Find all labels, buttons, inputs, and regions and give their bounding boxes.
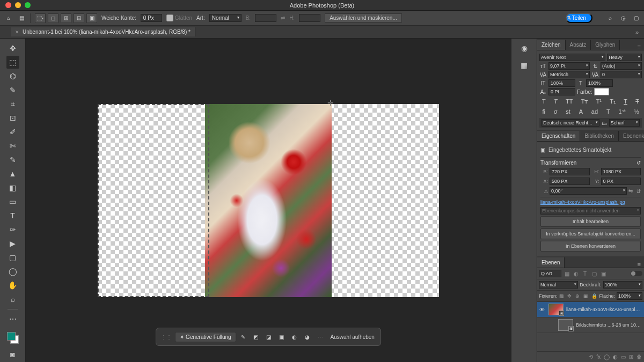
path-select-tool[interactable]: ▶ — [6, 237, 19, 250]
leading-input[interactable]: (Auto) — [601, 62, 642, 70]
eraser-tool[interactable]: ◧ — [6, 181, 19, 194]
select-mask-button[interactable]: Auswählen und maskieren... — [325, 13, 402, 23]
underline-icon[interactable]: T — [624, 98, 627, 105]
frame-tool[interactable]: ⊡ — [6, 112, 19, 124]
flip-h-icon[interactable]: ⇋ — [628, 188, 633, 194]
quick-select-tool[interactable]: ✎ — [6, 84, 19, 97]
discretionary-icon[interactable]: st — [566, 108, 570, 115]
tab-layercomps[interactable]: Ebenenkomp — [619, 131, 644, 141]
baseline-input[interactable] — [548, 88, 575, 95]
titling-icon[interactable]: T — [606, 108, 610, 115]
selection-subtract-icon[interactable]: ⊟ — [74, 13, 84, 23]
generative-fill-button[interactable]: ✦ Generative Füllung — [175, 332, 236, 342]
foreground-color-swatch[interactable] — [7, 332, 16, 341]
mask-icon[interactable]: ◯ — [604, 354, 610, 360]
rectangle-tool[interactable]: ▢ — [6, 251, 19, 264]
reset-transform-icon[interactable]: ↺ — [636, 160, 641, 166]
language-select[interactable]: Deutsch: neue Recht... — [541, 119, 599, 127]
move-tool[interactable]: ✥ — [6, 42, 19, 55]
superscript-icon[interactable]: T¹ — [596, 98, 602, 105]
link-layers-icon[interactable]: ⟲ — [589, 354, 593, 360]
fill-input[interactable]: 100% — [617, 292, 642, 300]
delete-layer-icon[interactable]: 🗑 — [636, 354, 642, 360]
deselect-button[interactable]: Auswahl aufheben — [327, 334, 378, 340]
transform-selection-icon[interactable]: ▣ — [276, 331, 288, 343]
document-canvas[interactable]: ✛ — [98, 104, 439, 297]
close-tab-icon[interactable]: ✕ — [15, 29, 19, 35]
filter-smart-icon[interactable]: ▣ — [599, 270, 607, 277]
canvas-area[interactable]: ✛ ⋮⋮ ✦ Generative Füllung ✎ ◩ ◪ ▣ ◐ ◕ ⋯ … — [26, 39, 511, 362]
fractions-icon[interactable]: ½ — [634, 108, 639, 115]
close-window-icon[interactable] — [5, 2, 11, 8]
eyedropper-tool[interactable]: ✐ — [6, 125, 19, 138]
ordinals-icon[interactable]: 1ˢᵗ — [618, 108, 625, 115]
filter-toggle[interactable] — [631, 271, 642, 276]
tracking-input[interactable]: 0 — [601, 71, 642, 78]
workspace-icon[interactable]: ▢ — [632, 14, 640, 22]
layer-comp-select[interactable]: Ebenenkomposition nicht anwenden — [540, 207, 641, 215]
style-select[interactable]: Normal — [209, 14, 241, 22]
flip-v-icon[interactable]: ⇵ — [636, 188, 641, 194]
swash-icon[interactable]: A — [579, 108, 583, 115]
brush-tool[interactable]: ✎ — [6, 153, 19, 166]
hscale-input[interactable] — [586, 79, 613, 87]
selection-intersect-icon[interactable]: ▣ — [86, 13, 97, 23]
smallcaps-icon[interactable]: Tᴛ — [581, 98, 588, 105]
tab-glyphs[interactable]: Glyphen — [591, 40, 620, 50]
tab-libraries[interactable]: Bibliotheken — [580, 131, 618, 141]
healing-tool[interactable]: ✄ — [6, 139, 19, 152]
adjustment-icon[interactable]: ◐ — [613, 354, 618, 360]
marquee-tool-preset[interactable]: ⬚▾ — [35, 13, 46, 23]
tab-properties[interactable]: Eigenschaften — [537, 131, 580, 141]
stylistic-icon[interactable]: ad — [591, 108, 598, 115]
convert-linked-button[interactable]: In verknüpftes Smartobjekt konvertieren.… — [540, 228, 641, 239]
layer-filter-select[interactable]: Q Art — [539, 270, 561, 277]
smooth-checkbox[interactable] — [166, 14, 173, 21]
bold-icon[interactable]: T — [542, 98, 546, 105]
filter-adjust-icon[interactable]: ◐ — [572, 270, 580, 277]
text-color-swatch[interactable] — [594, 88, 609, 95]
fill-icon[interactable]: ◕ — [302, 331, 313, 343]
aa-select[interactable]: Scharf — [609, 119, 640, 127]
opacity-input[interactable]: 100% — [603, 281, 642, 289]
selection-new-icon[interactable]: ◻ — [48, 13, 58, 23]
edit-toolbar-icon[interactable]: ⋯ — [6, 313, 19, 326]
lock-pixels-icon[interactable]: ▩ — [559, 293, 566, 299]
layer-row[interactable]: 👁 ▣ liana-mikah-4xooVHkcAro-unsplash — [537, 302, 644, 317]
type-tool[interactable]: T — [6, 209, 19, 222]
subtract-selection-icon[interactable]: ◩ — [250, 331, 262, 343]
selection-add-icon[interactable]: ⊞ — [61, 13, 71, 23]
search-icon[interactable]: ⌕ — [606, 14, 614, 22]
vscale-input[interactable] — [548, 79, 575, 87]
notification-icon[interactable]: ◶ — [619, 14, 627, 22]
contextual-icon[interactable]: σ — [554, 108, 558, 115]
swatches-panel-icon[interactable]: ▦ — [518, 59, 531, 72]
tab-paragraph[interactable]: Absatz — [566, 40, 591, 50]
minimize-window-icon[interactable] — [15, 2, 21, 8]
layer-name[interactable]: Bildschirmfoto ...6-28 um 10.27.10 — [576, 322, 642, 328]
angle-input[interactable]: 0,00° — [550, 187, 627, 195]
brush-selection-icon[interactable]: ✎ — [237, 331, 249, 343]
tab-character[interactable]: Zeichen — [537, 40, 566, 50]
ellipse-tool[interactable]: ◯ — [6, 265, 19, 278]
mask-icon[interactable]: ◐ — [289, 331, 301, 343]
filter-pixel-icon[interactable]: ▩ — [563, 270, 570, 277]
layer-row[interactable]: ▣ Bildschirmfoto ...6-28 um 10.27.10 — [537, 317, 644, 333]
tab-layers[interactable]: Ebenen — [537, 257, 565, 268]
expand-panels-icon[interactable]: » — [635, 29, 639, 35]
italic-icon[interactable]: T — [554, 98, 558, 105]
font-style-select[interactable]: Heavy — [607, 54, 642, 61]
lock-all-icon[interactable]: 🔒 — [591, 293, 598, 299]
lock-position-icon[interactable]: ✥ — [567, 293, 574, 299]
layer-thumbnail[interactable]: ▣ — [558, 319, 573, 331]
group-icon[interactable]: ▭ — [621, 354, 626, 360]
marquee-tool[interactable]: ⬚ — [6, 56, 19, 69]
source-file-link[interactable]: liana-mikah-4xooVHkcAro-unsplash.jpg — [540, 200, 641, 205]
layer-name[interactable]: liana-mikah-4xooVHkcAro-unsplash — [566, 307, 642, 312]
crop-tool[interactable]: ⌗ — [6, 98, 19, 110]
convert-layers-button[interactable]: In Ebenen konvertieren — [540, 241, 641, 252]
hand-tool[interactable]: ✋ — [6, 279, 19, 292]
zoom-tool[interactable]: ⌕ — [6, 293, 19, 306]
blend-mode-select[interactable]: Normal — [539, 281, 578, 289]
font-size-input[interactable]: 9,07 Pt — [548, 62, 590, 70]
